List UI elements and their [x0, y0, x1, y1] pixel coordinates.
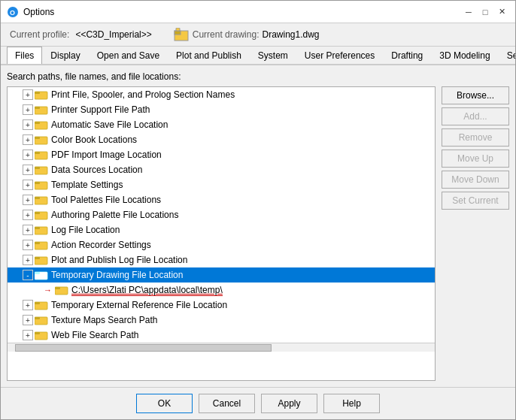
folder-icon [35, 119, 48, 130]
main-panel: + Print File, Spooler, and Prolog Sectio… [7, 86, 509, 381]
expand-icon[interactable]: + [23, 225, 33, 235]
tree-item-texture-maps[interactable]: + Texture Maps Search Path [8, 313, 435, 328]
tab-user-preferences[interactable]: User Preferences [296, 47, 383, 64]
ok-button[interactable]: OK [136, 394, 193, 413]
folder-icon [35, 315, 48, 325]
tree-item-log-file[interactable]: + Log File Location [8, 222, 435, 237]
svg-rect-16 [35, 167, 40, 169]
svg-rect-3 [175, 31, 181, 35]
folder-icon [35, 225, 48, 235]
folder-icon [35, 134, 48, 145]
folder-icon [35, 255, 48, 265]
svg-rect-26 [35, 242, 40, 244]
svg-rect-10 [35, 122, 40, 124]
expand-icon[interactable]: + [23, 150, 33, 160]
tree-item-plot-publish[interactable]: + Plot and Publish Log File Location [8, 252, 435, 267]
tab-selection[interactable]: Selection [499, 47, 515, 64]
folder-icon [35, 165, 48, 175]
apply-button[interactable]: Apply [261, 394, 317, 413]
add-button[interactable]: Add... [442, 107, 509, 125]
tree-item-printer-support[interactable]: + Printer Support File Path [8, 102, 435, 117]
tree-item-label: Template Settings [51, 180, 123, 190]
set-current-button[interactable]: Set Current [442, 192, 509, 210]
expand-icon[interactable]: + [23, 300, 33, 310]
expand-icon[interactable]: + [23, 240, 33, 250]
horizontal-scrollbar[interactable] [8, 343, 435, 352]
svg-rect-14 [35, 152, 40, 154]
folder-icon [35, 104, 48, 115]
bottom-bar: OK Cancel Apply Help [1, 387, 515, 419]
tree-item-label: Authoring Palette File Locations [51, 210, 178, 220]
tree-item-tool-palettes[interactable]: + Tool Palettes File Locations [8, 192, 435, 207]
expand-icon[interactable]: + [23, 89, 33, 100]
close-button[interactable]: ✕ [494, 5, 509, 20]
move-up-button[interactable]: Move Up [442, 150, 509, 168]
tree-item-template[interactable]: + Template Settings [8, 177, 435, 192]
svg-rect-36 [35, 317, 40, 319]
tab-display[interactable]: Display [42, 47, 88, 64]
tab-plot-and-publish[interactable]: Plot and Publish [168, 47, 250, 64]
folder-icon [35, 89, 48, 100]
folder-icon [35, 180, 48, 190]
tab-drafting[interactable]: Drafting [383, 47, 431, 64]
current-drawing-value: Drawing1.dwg [262, 29, 319, 40]
content-area: Search paths, file names, and file locat… [1, 65, 515, 387]
expand-icon[interactable]: + [23, 330, 33, 340]
expand-icon[interactable]: + [23, 104, 33, 115]
title-controls: ─ □ ✕ [461, 5, 509, 20]
tree-item-data-sources[interactable]: + Data Sources Location [8, 162, 435, 177]
tab-open-and-save[interactable]: Open and Save [89, 47, 168, 64]
remove-button[interactable]: Remove [442, 128, 509, 147]
current-drawing-label: Current drawing: [193, 29, 260, 40]
minimize-button[interactable]: ─ [461, 5, 476, 20]
current-profile-value: <<C3D_Imperial>> [75, 29, 151, 40]
move-down-button[interactable]: Move Down [442, 171, 509, 189]
folder-icon [35, 195, 48, 205]
tree-item-authoring[interactable]: + Authoring Palette File Locations [8, 207, 435, 222]
expand-icon[interactable]: + [23, 180, 33, 190]
help-button[interactable]: Help [323, 394, 380, 413]
tree-panel[interactable]: + Print File, Spooler, and Prolog Sectio… [7, 86, 436, 381]
expand-icon[interactable]: + [23, 255, 33, 265]
expand-icon[interactable]: + [23, 315, 33, 325]
expand-icon[interactable]: + [23, 119, 33, 130]
svg-rect-12 [35, 137, 40, 139]
buttons-panel: Browse... Add... Remove Move Up Move Dow… [442, 86, 509, 381]
folder-icon [35, 330, 48, 340]
folder-icon-selected [35, 270, 48, 280]
tree-item-label: Printer Support File Path [51, 104, 150, 115]
tree-item-temp-path[interactable]: → C:\Users\Zlati PC\appdata\local\temp\ [8, 283, 435, 298]
tree-item-label: Log File Location [51, 225, 120, 235]
drawing-icon [173, 28, 190, 41]
expand-icon[interactable]: + [23, 210, 33, 220]
expand-icon[interactable]: + [23, 195, 33, 205]
expand-icon[interactable]: + [23, 134, 33, 145]
browse-button[interactable]: Browse... [442, 86, 509, 104]
svg-rect-24 [35, 227, 40, 229]
tab-3d-modeling[interactable]: 3D Modeling [431, 47, 498, 64]
tree-item-color-book[interactable]: + Color Book Locations [8, 132, 435, 147]
tab-files[interactable]: Files [7, 47, 42, 65]
tree-item-label: Color Book Locations [51, 134, 137, 145]
tree-item-print-file[interactable]: + Print File, Spooler, and Prolog Sectio… [8, 87, 435, 102]
window-title: Options [23, 7, 54, 17]
cancel-button[interactable]: Cancel [199, 394, 255, 413]
tree-item-label: Plot and Publish Log File Location [51, 255, 187, 265]
tree-item-pdf-import[interactable]: + PDF Import Image Location [8, 147, 435, 162]
tree-item-temp-external[interactable]: + Temporary External Reference File Loca… [8, 298, 435, 313]
svg-rect-34 [35, 302, 40, 304]
tree-item-autosave[interactable]: + Automatic Save File Location [8, 117, 435, 132]
app-icon: O [7, 6, 19, 18]
svg-rect-30 [35, 272, 40, 274]
tree-item-temp-drawing[interactable]: - Temporary Drawing File Location [8, 267, 435, 283]
svg-rect-38 [35, 332, 40, 334]
expand-icon[interactable]: - [23, 270, 33, 280]
tab-system[interactable]: System [250, 47, 296, 64]
svg-rect-32 [55, 287, 60, 289]
maximize-button[interactable]: □ [478, 5, 493, 20]
tree-item-web-file[interactable]: + Web File Search Path [8, 328, 435, 343]
expand-icon[interactable]: + [23, 165, 33, 175]
drawing-info: Current drawing: Drawing1.dwg [173, 28, 320, 41]
tree-item-label: Tool Palettes File Locations [51, 195, 161, 205]
tree-item-action-recorder[interactable]: + Action Recorder Settings [8, 237, 435, 252]
